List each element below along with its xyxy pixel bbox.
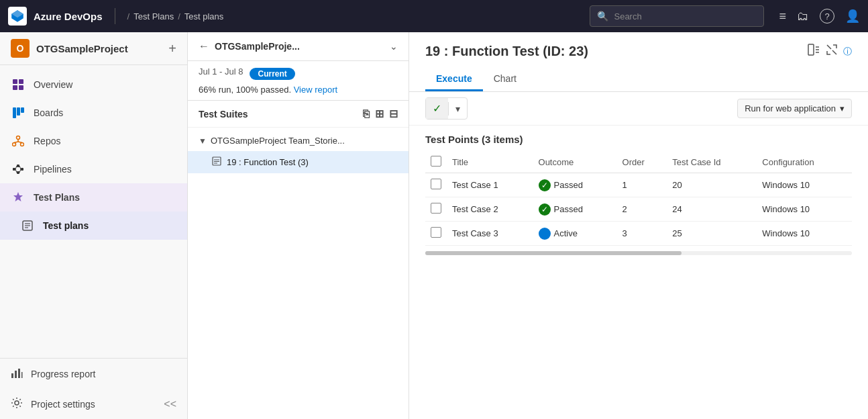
svg-point-8 bbox=[13, 143, 16, 146]
plan-expand-icon[interactable]: ⌄ bbox=[390, 41, 398, 52]
horizontal-scrollbar[interactable] bbox=[425, 251, 852, 255]
breadcrumb-testplans-sub[interactable]: Test plans bbox=[184, 11, 224, 21]
sidebar-item-project-settings[interactable]: Project settings << bbox=[0, 389, 187, 419]
suites-remove-icon[interactable]: ⊟ bbox=[389, 107, 398, 120]
svg-rect-28 bbox=[21, 372, 23, 378]
centerpanel-header: ← OTGSampleProje... ⌄ bbox=[188, 32, 409, 61]
sidebar-item-label-testplans: Test Plans bbox=[34, 192, 176, 203]
panel-icon[interactable] bbox=[807, 43, 820, 60]
cell-configuration: Windows 10 bbox=[757, 222, 852, 246]
svg-rect-13 bbox=[13, 168, 15, 171]
table-row: Test Case 1✓ Passed120Windows 10 bbox=[425, 173, 852, 197]
mainpanel-header: 19 : Function Test (ID: 23) ⓘ Execute Ch… bbox=[409, 32, 868, 92]
svg-rect-6 bbox=[21, 107, 24, 113]
svg-line-17 bbox=[15, 166, 17, 169]
project-icon: O bbox=[11, 39, 30, 58]
main-panel: 19 : Function Test (ID: 23) ⓘ Execute Ch… bbox=[409, 32, 868, 419]
outcome-label: Passed bbox=[554, 204, 583, 214]
person-icon[interactable]: 👤 bbox=[845, 9, 860, 24]
checkmark-icon: ✓ bbox=[433, 102, 441, 115]
row-checkbox[interactable] bbox=[431, 179, 441, 189]
toolbar-right: Run for web application ▾ bbox=[737, 99, 852, 118]
select-all-checkbox[interactable] bbox=[431, 156, 441, 167]
tabs: Execute Chart bbox=[425, 68, 852, 91]
outcome-checkmark-button[interactable]: ✓ bbox=[426, 98, 448, 119]
svg-point-7 bbox=[17, 136, 20, 140]
run-for-webapp-button[interactable]: Run for web application ▾ bbox=[737, 99, 852, 118]
help-link[interactable]: ⓘ bbox=[843, 46, 852, 58]
suites-copy-icon[interactable]: ⎘ bbox=[363, 108, 370, 120]
suite-child-item[interactable]: 19 : Function Test (3) bbox=[188, 151, 409, 173]
col-checkbox bbox=[425, 152, 447, 173]
add-project-button[interactable]: + bbox=[168, 41, 176, 56]
suites-title: Test Suites bbox=[199, 109, 358, 120]
svg-rect-1 bbox=[19, 79, 23, 84]
svg-line-11 bbox=[14, 142, 18, 143]
topbar: Azure DevOps / Test Plans / Test plans 🔍… bbox=[0, 0, 868, 32]
cell-title: Test Case 3 bbox=[447, 222, 533, 246]
scrollbar-thumb bbox=[425, 251, 682, 255]
topbar-divider bbox=[115, 8, 115, 24]
test-points-title: Test Points (3 items) bbox=[425, 126, 852, 152]
sidebar-item-repos[interactable]: Repos bbox=[0, 127, 187, 155]
package-icon[interactable]: 🗂 bbox=[797, 9, 809, 24]
list-icon[interactable]: ≡ bbox=[779, 9, 786, 24]
overview-icon bbox=[11, 77, 25, 92]
center-panel: ← OTGSampleProje... ⌄ Jul 1 - Jul 8 Curr… bbox=[188, 32, 409, 419]
tab-execute[interactable]: Execute bbox=[425, 68, 483, 91]
breadcrumb-testplans[interactable]: Test Plans bbox=[133, 11, 174, 21]
svg-rect-25 bbox=[11, 373, 13, 378]
tab-chart[interactable]: Chart bbox=[483, 68, 527, 91]
topbar-actions: ≡ 🗂 ? 👤 bbox=[779, 9, 860, 24]
svg-rect-5 bbox=[17, 107, 20, 115]
passed-icon: ✓ bbox=[539, 179, 551, 191]
sidebar-item-testplans-sub[interactable]: Test plans bbox=[0, 212, 187, 240]
outcome-label: Active bbox=[554, 228, 578, 238]
plan-name: OTGSampleProje... bbox=[215, 41, 384, 52]
sidebar-item-label-settings: Project settings bbox=[31, 399, 95, 410]
cell-testcaseid: 20 bbox=[667, 173, 757, 197]
view-report-link[interactable]: View report bbox=[294, 85, 338, 95]
svg-line-20 bbox=[19, 169, 21, 173]
svg-point-29 bbox=[15, 401, 19, 405]
question-icon[interactable]: ? bbox=[820, 9, 834, 24]
cell-title: Test Case 2 bbox=[447, 197, 533, 222]
search-icon: 🔍 bbox=[597, 11, 608, 21]
suite-child-icon bbox=[212, 156, 221, 168]
row-checkbox[interactable] bbox=[431, 203, 441, 214]
suite-child-name: 19 : Function Test (3) bbox=[227, 157, 309, 167]
sidebar-item-testplans[interactable]: Test Plans bbox=[0, 183, 187, 212]
col-title: Title bbox=[447, 152, 533, 173]
svg-rect-14 bbox=[17, 165, 19, 167]
col-configuration: Configuration bbox=[757, 152, 852, 173]
collapse-button[interactable]: << bbox=[164, 398, 176, 410]
sidebar-item-progress-report[interactable]: Progress report bbox=[0, 359, 187, 389]
svg-rect-3 bbox=[19, 85, 23, 90]
expand-icon[interactable] bbox=[826, 44, 838, 59]
suite-parent-item[interactable]: ▼ OTGSampleProject Team_Storie... bbox=[188, 130, 409, 151]
svg-rect-34 bbox=[808, 44, 814, 55]
svg-line-19 bbox=[19, 166, 21, 169]
sidebar-item-overview[interactable]: Overview bbox=[0, 71, 187, 99]
back-button[interactable]: ← bbox=[199, 40, 209, 52]
sidebar-item-boards[interactable]: Boards bbox=[0, 99, 187, 127]
sidebar-item-pipelines[interactable]: Pipelines bbox=[0, 155, 187, 183]
row-checkbox[interactable] bbox=[431, 227, 441, 238]
col-order: Order bbox=[617, 152, 667, 173]
outcome-dropdown-button[interactable]: ▾ bbox=[449, 99, 467, 118]
active-icon bbox=[539, 228, 551, 240]
test-points-table: Title Outcome Order Test Case Id Configu… bbox=[425, 152, 852, 246]
passed-icon: ✓ bbox=[539, 203, 551, 216]
suites-add-icon[interactable]: ⊞ bbox=[375, 107, 384, 120]
run-dropdown-icon: ▾ bbox=[840, 103, 845, 113]
cell-outcome: ✓ Passed bbox=[533, 173, 617, 197]
cell-configuration: Windows 10 bbox=[757, 173, 852, 197]
test-title: 19 : Function Test (ID: 23) bbox=[425, 44, 588, 59]
search-box: 🔍 bbox=[590, 5, 764, 27]
search-input[interactable] bbox=[614, 11, 757, 21]
project-name: OTGSampleProject bbox=[36, 43, 128, 54]
settings-icon bbox=[11, 397, 23, 411]
project-info: O OTGSampleProject bbox=[11, 39, 128, 58]
testplans-sub-icon bbox=[20, 218, 35, 233]
suites-header: Test Suites ⎘ ⊞ ⊟ bbox=[188, 101, 409, 128]
